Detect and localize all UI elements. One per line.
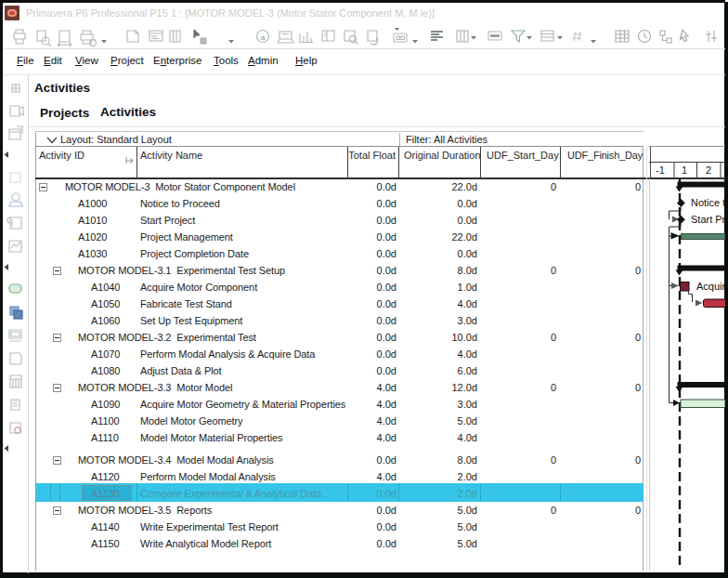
svg-text:a: a [261, 33, 266, 42]
svg-text:Acquire: Acquire [696, 281, 725, 292]
svg-text:Notice to: Notice to [691, 197, 725, 208]
svg-text:1: 1 [682, 164, 687, 176]
svg-text:2: 2 [706, 164, 711, 176]
svg-text:-1: -1 [656, 164, 665, 176]
svg-text:Start Proj: Start Proj [691, 214, 725, 225]
